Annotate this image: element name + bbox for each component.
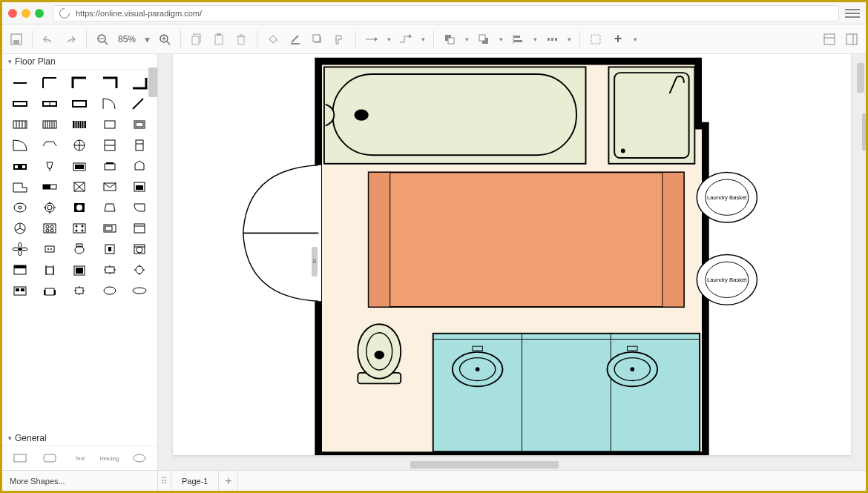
rug[interactable] <box>369 172 684 307</box>
close-window-icon[interactable] <box>8 9 17 18</box>
shape-dryer[interactable] <box>126 240 153 258</box>
shape-dishwasher[interactable] <box>126 219 153 237</box>
vanity-counter[interactable] <box>433 334 700 451</box>
shape-square-x[interactable] <box>66 178 93 196</box>
shape-envelope[interactable] <box>96 178 123 196</box>
shape-window2[interactable] <box>36 95 63 113</box>
redo-button[interactable] <box>61 30 80 49</box>
shape-bed1[interactable] <box>7 261 33 279</box>
to-back-button[interactable] <box>474 30 493 49</box>
shape-revolving[interactable] <box>66 136 93 154</box>
shape-printer[interactable] <box>126 157 153 175</box>
zoom-out-button[interactable] <box>93 30 112 49</box>
shape-rect[interactable] <box>7 451 33 466</box>
splitter-handle[interactable] <box>862 113 866 150</box>
shape-gear[interactable] <box>36 199 63 216</box>
delete-button[interactable] <box>231 30 251 49</box>
maximize-window-icon[interactable] <box>35 9 44 18</box>
shape-table-round[interactable] <box>96 261 123 279</box>
shape-rounded-rect[interactable] <box>36 451 63 466</box>
shape-cabinet[interactable] <box>96 136 123 154</box>
shape-wall-corner[interactable] <box>36 74 63 92</box>
zoom-dropdown[interactable]: ▾ <box>142 30 152 49</box>
shape-outlet[interactable] <box>36 240 63 258</box>
shape-wall[interactable] <box>7 74 33 92</box>
shape-corner-tl[interactable] <box>66 74 93 92</box>
waypoint-button[interactable] <box>396 30 415 49</box>
shape-window[interactable] <box>7 95 33 113</box>
fill-button[interactable] <box>263 30 283 49</box>
shape-stairs1[interactable] <box>7 116 33 133</box>
url-field[interactable]: https://online.visual-paradigm.com/ <box>53 5 839 21</box>
shadow-button[interactable] <box>308 30 327 49</box>
zoom-level[interactable]: 85% <box>118 34 136 44</box>
format-painter-button[interactable] <box>330 30 349 49</box>
shape-oven[interactable] <box>126 178 153 196</box>
canvas-scrollbar-h[interactable] <box>410 461 559 469</box>
align-dropdown[interactable]: ▾ <box>530 30 539 49</box>
sidebar-scrollbar[interactable] <box>148 67 157 97</box>
shape-ellipse[interactable] <box>126 451 153 466</box>
shape-bed2[interactable] <box>7 282 33 300</box>
shape-opening[interactable] <box>66 95 93 113</box>
shape-fridge[interactable] <box>126 136 153 154</box>
shape-ellipse2[interactable] <box>126 282 153 300</box>
shape-table[interactable] <box>96 116 123 133</box>
shape-corner-tr[interactable] <box>96 74 123 92</box>
shape-toilet[interactable] <box>66 240 93 258</box>
shower-tray[interactable] <box>614 73 688 158</box>
shape-desk[interactable] <box>96 157 123 175</box>
shape-door-arc[interactable] <box>96 95 123 113</box>
sidebar-section-floorplan[interactable]: Floor Plan <box>2 54 157 70</box>
outline-panel-button[interactable] <box>842 30 861 49</box>
shape-tv[interactable] <box>66 157 93 175</box>
tab-drag-handle[interactable]: ⠿ <box>158 471 171 491</box>
shape-armchair[interactable] <box>36 282 63 300</box>
shape-stairs3[interactable] <box>66 116 93 133</box>
shape-door[interactable] <box>126 95 153 113</box>
page-tab-1[interactable]: Page-1 <box>171 471 219 491</box>
shape-piano[interactable] <box>126 199 153 216</box>
canvas-area[interactable]: Laundry Basket Laundry Basket <box>158 54 866 470</box>
shape-counter[interactable] <box>36 178 63 196</box>
shape-stairs2[interactable] <box>36 116 63 133</box>
shape-sink-round[interactable] <box>7 199 33 216</box>
canvas-scrollbar-v[interactable] <box>857 63 864 93</box>
shape-washer[interactable] <box>66 199 93 216</box>
to-front-button[interactable] <box>440 30 459 49</box>
connector-dropdown[interactable]: ▾ <box>384 30 393 49</box>
shape-dining2[interactable] <box>126 261 153 279</box>
shape-cooktop[interactable] <box>66 219 93 237</box>
zoom-in-button[interactable] <box>155 30 174 49</box>
menu-icon[interactable] <box>845 9 860 18</box>
sidebar-section-general[interactable]: General <box>2 431 157 446</box>
minimize-window-icon[interactable] <box>22 9 30 18</box>
shape-bay-window[interactable] <box>36 136 63 154</box>
shape-chair2[interactable] <box>66 261 93 279</box>
save-button[interactable] <box>7 30 26 49</box>
shape-oval-table[interactable] <box>96 282 123 300</box>
format-panel-button[interactable] <box>820 30 839 49</box>
distribute-dropdown[interactable]: ▾ <box>565 30 573 49</box>
shape-corner-sofa[interactable] <box>7 178 33 196</box>
panel-splitter[interactable]: ⠿ <box>312 247 318 277</box>
shape-ceiling-fan[interactable] <box>7 240 33 258</box>
line-color-button[interactable] <box>286 30 305 49</box>
shape-lamp[interactable] <box>36 157 63 175</box>
add-page-button[interactable]: + <box>219 471 238 491</box>
shape-text[interactable]: Text <box>66 451 93 466</box>
shape-fan[interactable] <box>7 219 33 237</box>
shape-table-sq[interactable] <box>66 282 93 300</box>
shape-stove[interactable] <box>36 219 63 237</box>
reload-icon[interactable] <box>57 6 72 21</box>
distribute-button[interactable] <box>542 30 562 49</box>
copy-button[interactable] <box>187 30 206 49</box>
shape-switch[interactable] <box>96 240 123 258</box>
add-dropdown[interactable]: ▾ <box>631 30 640 49</box>
shape-sofa[interactable] <box>7 157 33 175</box>
undo-button[interactable] <box>39 30 58 49</box>
shape-basket[interactable] <box>96 199 123 216</box>
paste-button[interactable] <box>209 30 228 49</box>
bathtub[interactable] <box>332 74 576 155</box>
more-shapes-button[interactable]: More Shapes... <box>2 471 158 491</box>
